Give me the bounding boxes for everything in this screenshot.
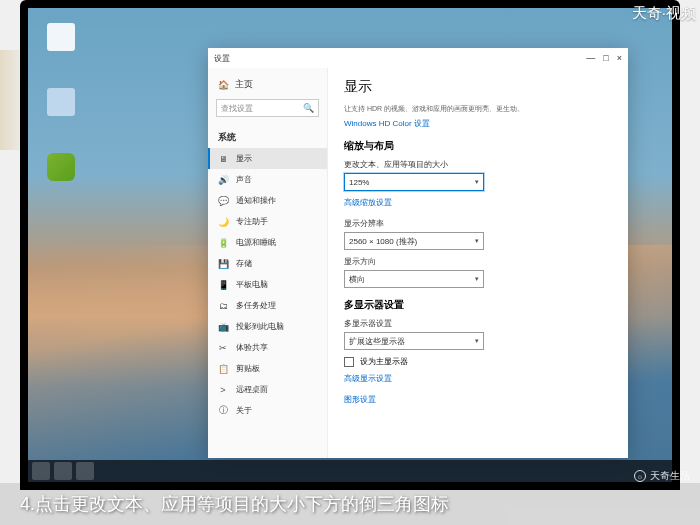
power-icon: 🔋 <box>218 238 228 248</box>
sidebar-item-label: 显示 <box>236 153 252 164</box>
chevron-down-icon: ▾ <box>475 237 479 245</box>
caption-text: 4.点击更改文本、应用等项目的大小下方的倒三角图标 <box>20 492 449 516</box>
sidebar-item-label: 通知和操作 <box>236 195 276 206</box>
chevron-down-icon: ▾ <box>475 178 479 186</box>
share-icon: ✂ <box>218 343 228 353</box>
sidebar-item-display[interactable]: 🖥显示 <box>208 148 327 169</box>
sound-icon: 🔊 <box>218 175 228 185</box>
settings-window: 设置 — □ × 🏠 主页 查找设置 🔍 系统 <box>208 48 628 458</box>
sidebar-item-label: 体验共享 <box>236 342 268 353</box>
home-icon: 🏠 <box>218 80 229 90</box>
caption-bar: 4.点击更改文本、应用等项目的大小下方的倒三角图标 <box>0 483 700 525</box>
main-display-checkbox-row[interactable]: 设为主显示器 <box>344 356 612 367</box>
window-title: 设置 <box>214 53 230 64</box>
sidebar-item-label: 电源和睡眠 <box>236 237 276 248</box>
desktop-icon-wechat[interactable] <box>43 153 79 193</box>
start-button[interactable] <box>32 462 50 480</box>
sidebar-item-label: 多任务处理 <box>236 300 276 311</box>
hdr-settings-link[interactable]: Windows HD Color 设置 <box>344 118 612 129</box>
monitor-frame: 设置 — □ × 🏠 主页 查找设置 🔍 系统 <box>20 0 680 490</box>
project-icon: 📺 <box>218 322 228 332</box>
search-placeholder: 查找设置 <box>221 103 253 114</box>
advanced-scale-link[interactable]: 高级缩放设置 <box>344 197 612 208</box>
watermark-logo-icon: ☼ <box>634 470 646 482</box>
sidebar-item-notifications[interactable]: 💬通知和操作 <box>208 190 327 211</box>
resolution-select[interactable]: 2560 × 1080 (推荐) ▾ <box>344 232 484 250</box>
sidebar-item-label: 关于 <box>236 405 252 416</box>
graphics-settings-link[interactable]: 图形设置 <box>344 394 612 405</box>
taskbar-app[interactable] <box>76 462 94 480</box>
window-controls: — □ × <box>586 53 622 63</box>
sidebar-item-label: 投影到此电脑 <box>236 321 284 332</box>
desktop-icons <box>43 23 79 193</box>
sidebar-section-label: 系统 <box>208 125 327 148</box>
sidebar-item-focus[interactable]: 🌙专注助手 <box>208 211 327 232</box>
sidebar-item-power[interactable]: 🔋电源和睡眠 <box>208 232 327 253</box>
window-titlebar: 设置 — □ × <box>208 48 628 68</box>
settings-sidebar: 🏠 主页 查找设置 🔍 系统 🖥显示 🔊声音 💬通知和操作 🌙专注助手 🔋电源和… <box>208 68 328 458</box>
storage-icon: 💾 <box>218 259 228 269</box>
sidebar-item-label: 存储 <box>236 258 252 269</box>
chevron-down-icon: ▾ <box>475 337 479 345</box>
thispc-icon <box>47 23 75 51</box>
close-button[interactable]: × <box>617 53 622 63</box>
sidebar-item-label: 专注助手 <box>236 216 268 227</box>
home-label: 主页 <box>235 78 253 91</box>
scale-value: 125% <box>349 178 369 187</box>
remote-icon: > <box>218 385 228 395</box>
clipboard-icon: 📋 <box>218 364 228 374</box>
taskbar[interactable] <box>28 460 672 482</box>
resolution-value: 2560 × 1080 (推荐) <box>349 236 417 247</box>
notify-icon: 💬 <box>218 196 228 206</box>
settings-content: 显示 让支持 HDR 的视频、游戏和应用的画面更明亮、更生动。 Windows … <box>328 68 628 458</box>
watermark-top: 天奇·视频 <box>632 4 696 23</box>
sidebar-item-project[interactable]: 📺投影到此电脑 <box>208 316 327 337</box>
recycle-icon <box>47 88 75 116</box>
sidebar-item-label: 声音 <box>236 174 252 185</box>
search-icon: 🔍 <box>303 103 314 113</box>
wechat-icon <box>47 153 75 181</box>
taskbar-search[interactable] <box>54 462 72 480</box>
focus-icon: 🌙 <box>218 217 228 227</box>
sidebar-item-remote[interactable]: >远程桌面 <box>208 379 327 400</box>
orientation-select[interactable]: 横向 ▾ <box>344 270 484 288</box>
minimize-button[interactable]: — <box>586 53 595 63</box>
main-display-label: 设为主显示器 <box>360 356 408 367</box>
scale-select[interactable]: 125% ▾ <box>344 173 484 191</box>
sidebar-home[interactable]: 🏠 主页 <box>208 74 327 95</box>
hdr-description: 让支持 HDR 的视频、游戏和应用的画面更明亮、更生动。 <box>344 104 612 114</box>
sidebar-item-label: 远程桌面 <box>236 384 268 395</box>
section-scale-heading: 缩放与布局 <box>344 139 612 153</box>
maximize-button[interactable]: □ <box>603 53 608 63</box>
about-icon: ⓘ <box>218 406 228 416</box>
desktop-icon-recycle[interactable] <box>43 88 79 128</box>
watermark-bottom-text: 天奇生活 <box>650 469 690 483</box>
chevron-down-icon: ▾ <box>475 275 479 283</box>
multi-display-select[interactable]: 扩展这些显示器 ▾ <box>344 332 484 350</box>
advanced-display-link[interactable]: 高级显示设置 <box>344 373 612 384</box>
sidebar-item-clipboard[interactable]: 📋剪贴板 <box>208 358 327 379</box>
page-title: 显示 <box>344 78 612 96</box>
sidebar-item-sound[interactable]: 🔊声音 <box>208 169 327 190</box>
sidebar-item-about[interactable]: ⓘ关于 <box>208 400 327 421</box>
tablet-icon: 📱 <box>218 280 228 290</box>
resolution-label: 显示分辨率 <box>344 218 612 229</box>
watermark-bottom: ☼ 天奇生活 <box>634 469 690 483</box>
orientation-value: 横向 <box>349 274 365 285</box>
checkbox-icon <box>344 357 354 367</box>
multitask-icon: 🗂 <box>218 301 228 311</box>
sidebar-item-label: 平板电脑 <box>236 279 268 290</box>
multi-label: 多显示器设置 <box>344 318 612 329</box>
display-icon: 🖥 <box>218 154 228 164</box>
multi-value: 扩展这些显示器 <box>349 336 405 347</box>
search-input[interactable]: 查找设置 🔍 <box>216 99 319 117</box>
section-multi-heading: 多显示器设置 <box>344 298 612 312</box>
orientation-label: 显示方向 <box>344 256 612 267</box>
sidebar-item-storage[interactable]: 💾存储 <box>208 253 327 274</box>
desktop-icon-thispc[interactable] <box>43 23 79 63</box>
scale-label: 更改文本、应用等项目的大小 <box>344 159 612 170</box>
sidebar-item-tablet[interactable]: 📱平板电脑 <box>208 274 327 295</box>
desktop-screen: 设置 — □ × 🏠 主页 查找设置 🔍 系统 <box>28 8 672 482</box>
sidebar-item-sharing[interactable]: ✂体验共享 <box>208 337 327 358</box>
sidebar-item-multitask[interactable]: 🗂多任务处理 <box>208 295 327 316</box>
